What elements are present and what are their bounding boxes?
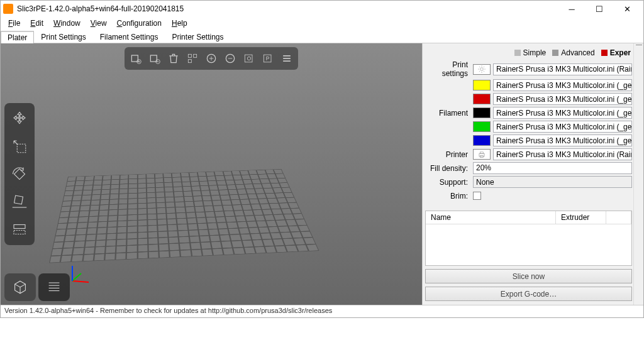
svg-text:O: O [247,55,252,62]
svg-point-35 [480,68,484,71]
main-area: O P [1,43,643,305]
filament-dropdown-3[interactable]: RainerS Prusa i3 MK3 Multicolor.ini (_ge… [493,107,632,119]
split-objects-icon[interactable]: O [240,50,258,67]
brim-checkbox[interactable] [473,192,481,200]
close-button[interactable]: ✕ [613,1,641,17]
delete-icon[interactable] [165,50,182,67]
mode-advanced[interactable]: Advanced [552,48,594,57]
printer-dropdown[interactable]: RainerS Prusa i3 MK3 Multicolor.ini (Rai… [493,148,632,160]
flatten-tool-icon[interactable] [8,190,31,214]
filament-swatch-1[interactable] [473,80,491,90]
mode-selector: Simple Advanced Exper [425,46,632,60]
filament-swatch-3[interactable] [473,107,491,118]
menu-file[interactable]: File [3,18,25,29]
svg-rect-9 [188,60,191,63]
right-panel: Simple Advanced Exper Print settings Rai… [422,43,643,305]
scrollbar[interactable] [633,43,643,305]
tab-filament-settings[interactable]: Filament Settings [93,31,165,43]
fill-density-input[interactable]: 20% [473,162,632,174]
object-list[interactable]: Name Extruder [425,211,632,266]
filament-swatch-2[interactable] [473,94,491,104]
svg-rect-27 [14,231,25,234]
gear-icon[interactable] [473,64,491,75]
tabbar: Plater Print Settings Filament Settings … [1,30,643,43]
filament-dropdown-2[interactable]: RainerS Prusa i3 MK3 Multicolor.ini (_ge… [493,93,632,105]
svg-line-33 [72,273,81,281]
add-instance-icon[interactable] [203,50,220,67]
layers-icon[interactable] [278,50,296,67]
menubar: File Edit Window View Configuration Help [1,17,643,30]
filament-dropdown-1[interactable]: RainerS Prusa i3 MK3 Multicolor.ini (_ge… [493,79,632,91]
svg-text:P: P [266,55,270,62]
add-cube-icon[interactable] [127,50,145,67]
print-settings-dropdown[interactable]: RainerS Prusa i3 MK3 Multicolor.ini (Rai… [493,63,632,75]
svg-rect-26 [14,225,25,229]
axis-gizmo [67,261,92,286]
svg-rect-7 [188,54,191,57]
filament-swatch-4[interactable] [473,121,491,132]
label-print-settings: Print settings [425,60,470,78]
split-parts-icon[interactable]: P [259,50,277,67]
svg-rect-24 [14,195,23,204]
rotate-tool-icon[interactable] [8,162,31,186]
mode-simple[interactable]: Simple [514,48,547,57]
mode-expert[interactable]: Exper [601,48,631,57]
maximize-button[interactable]: ☐ [586,1,613,17]
statusbar: Version 1.42.0-alpha5+win64 - Remember t… [1,305,643,317]
label-fill-density: Fill density: [425,164,470,173]
tab-plater[interactable]: Plater [1,31,34,43]
mode-preview-button[interactable] [38,273,70,301]
remove-cube-icon[interactable] [146,50,164,67]
svg-rect-36 [479,153,484,156]
filament-dropdown-4[interactable]: RainerS Prusa i3 MK3 Multicolor.ini (_ge… [493,121,632,133]
label-printer: Printer [425,150,470,159]
menu-configuration[interactable]: Configuration [112,18,167,29]
cut-tool-icon[interactable] [8,217,31,241]
filament-dropdown-5[interactable]: RainerS Prusa i3 MK3 Multicolor.ini (_ge… [493,134,632,146]
remove-instance-icon[interactable] [221,50,239,67]
titlebar: Slic3rPE-1.42.0-alpha5+win64-full-201902… [1,1,643,17]
app-icon [3,4,13,14]
build-plate [49,169,319,263]
menu-window[interactable]: Window [48,18,86,29]
tab-print-settings[interactable]: Print Settings [34,31,92,43]
move-tool-icon[interactable] [8,107,31,131]
support-dropdown[interactable]: None [473,176,632,188]
svg-rect-8 [194,54,197,57]
list-col-empty [606,211,631,224]
label-support: Support: [425,178,470,187]
viewport-toolbar: O P [125,47,298,70]
svg-line-32 [72,281,89,282]
filament-swatch-5[interactable] [473,135,491,146]
list-col-extruder[interactable]: Extruder [556,211,606,224]
menu-view[interactable]: View [86,18,112,29]
slice-now-button[interactable]: Slice now [425,269,632,283]
menu-edit[interactable]: Edit [25,18,48,29]
svg-rect-37 [480,151,484,153]
svg-rect-22 [17,144,26,153]
svg-rect-38 [480,155,484,157]
tab-printer-settings[interactable]: Printer Settings [165,31,230,43]
app-window: Slic3rPE-1.42.0-alpha5+win64-full-201902… [0,0,644,318]
window-title: Slic3rPE-1.42.0-alpha5+win64-full-201902… [17,4,558,13]
menu-help[interactable]: Help [167,18,192,29]
mode-3d-button[interactable] [4,273,36,301]
scale-tool-icon[interactable] [8,134,31,158]
arrange-icon[interactable] [184,50,201,67]
export-gcode-button[interactable]: Export G-code… [425,287,632,301]
printer-icon[interactable] [473,149,491,160]
label-filament: Filament [425,109,470,118]
viewport-mode-buttons [4,273,70,301]
label-brim: Brim: [425,192,470,200]
viewport-3d[interactable]: O P [1,43,422,305]
minimize-button[interactable]: ─ [558,1,586,17]
viewport-side-toolbar [4,103,35,245]
list-col-name[interactable]: Name [426,211,556,224]
